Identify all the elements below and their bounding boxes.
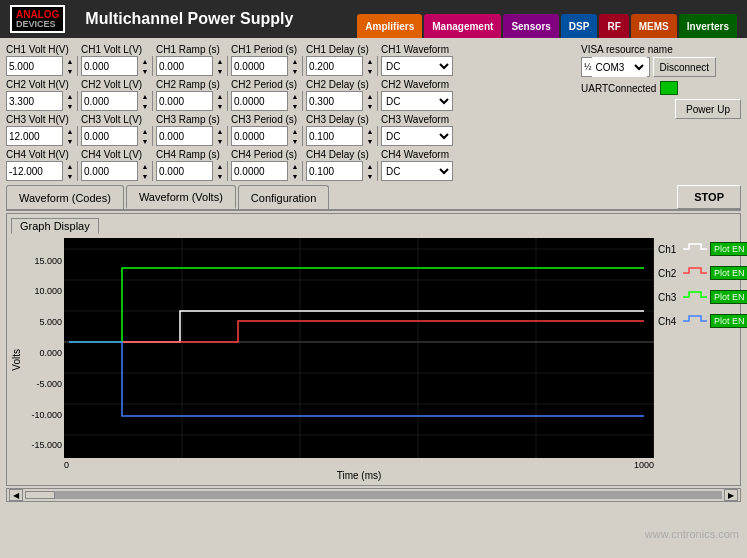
ch2-volt-h-input[interactable] [7, 95, 62, 108]
scrollbar-area[interactable]: ◀ ▶ [6, 488, 741, 502]
ch3-period-up[interactable]: ▲ [288, 126, 302, 136]
ch1-period-down[interactable]: ▼ [288, 66, 302, 76]
scroll-right-button[interactable]: ▶ [724, 489, 738, 501]
ch3-period-down[interactable]: ▼ [288, 136, 302, 146]
nav-tab-inverters[interactable]: Inverters [679, 14, 737, 38]
visa-select[interactable]: COM3 [592, 57, 647, 77]
ch4-volt-l-spin[interactable]: ▲ ▼ [81, 161, 153, 181]
ch1-plot-en-button[interactable]: Plot EN [710, 242, 747, 256]
ch3-period-input[interactable] [232, 130, 287, 143]
ch1-delay-up[interactable]: ▲ [363, 56, 377, 66]
ch1-volt-h-spin[interactable]: ▲ ▼ [6, 56, 78, 76]
ch4-volt-h-spin[interactable]: ▲ ▼ [6, 161, 78, 181]
ch4-plot-en-button[interactable]: Plot EN [710, 314, 747, 328]
ch2-waveform-select[interactable]: DCSineSquare [381, 91, 453, 111]
ch4-volt-l-up[interactable]: ▲ [138, 161, 152, 171]
nav-tab-mems[interactable]: MEMS [631, 14, 677, 38]
ch2-period-input[interactable] [232, 95, 287, 108]
ch3-volt-h-input[interactable] [7, 130, 62, 143]
ch1-volt-l-down[interactable]: ▼ [138, 66, 152, 76]
ch1-volt-h-input[interactable] [7, 60, 62, 73]
ch1-volt-h-up[interactable]: ▲ [63, 56, 77, 66]
ch1-delay-input[interactable] [307, 60, 362, 73]
ch2-period-up[interactable]: ▲ [288, 91, 302, 101]
ch2-volt-l-input[interactable] [82, 95, 137, 108]
scroll-track[interactable] [25, 491, 722, 499]
ch3-ramp-up[interactable]: ▲ [213, 126, 227, 136]
ch2-ramp-down[interactable]: ▼ [213, 101, 227, 111]
power-up-button[interactable]: Power Up [675, 99, 741, 119]
ch4-volt-l-input[interactable] [82, 165, 137, 178]
nav-tab-amplifiers[interactable]: Amplifiers [357, 14, 422, 38]
nav-tab-management[interactable]: Management [424, 14, 501, 38]
ch4-delay-up[interactable]: ▲ [363, 161, 377, 171]
nav-tab-rf[interactable]: RF [599, 14, 628, 38]
ch2-volt-l-spin[interactable]: ▲ ▼ [81, 91, 153, 111]
ch4-ramp-input[interactable] [157, 165, 212, 178]
ch1-period-up[interactable]: ▲ [288, 56, 302, 66]
ch4-ramp-down[interactable]: ▼ [213, 171, 227, 181]
ch4-period-spin[interactable]: ▲ ▼ [231, 161, 303, 181]
ch1-delay-down[interactable]: ▼ [363, 66, 377, 76]
ch2-delay-down[interactable]: ▼ [363, 101, 377, 111]
ch4-period-down[interactable]: ▼ [288, 171, 302, 181]
ch2-delay-spin[interactable]: ▲ ▼ [306, 91, 378, 111]
scroll-left-button[interactable]: ◀ [9, 489, 23, 501]
ch1-ramp-down[interactable]: ▼ [213, 66, 227, 76]
ch2-ramp-up[interactable]: ▲ [213, 91, 227, 101]
ch2-ramp-input[interactable] [157, 95, 212, 108]
ch1-delay-spin[interactable]: ▲ ▼ [306, 56, 378, 76]
nav-tab-dsp[interactable]: DSP [561, 14, 598, 38]
ch4-delay-spin[interactable]: ▲ ▼ [306, 161, 378, 181]
scroll-thumb[interactable] [25, 491, 55, 499]
ch1-ramp-up[interactable]: ▲ [213, 56, 227, 66]
ch3-ramp-input[interactable] [157, 130, 212, 143]
ch1-volt-l-spin[interactable]: ▲ ▼ [81, 56, 153, 76]
ch4-volt-h-up[interactable]: ▲ [63, 161, 77, 171]
ch3-period-spin[interactable]: ▲ ▼ [231, 126, 303, 146]
ch1-volt-l-up[interactable]: ▲ [138, 56, 152, 66]
ch1-waveform-select[interactable]: DCSineSquare [381, 56, 453, 76]
ch2-delay-up[interactable]: ▲ [363, 91, 377, 101]
ch3-delay-up[interactable]: ▲ [363, 126, 377, 136]
disconnect-button[interactable]: Disconnect [653, 57, 716, 77]
ch4-ramp-up[interactable]: ▲ [213, 161, 227, 171]
tab-waveform-codes[interactable]: Waveform (Codes) [6, 185, 124, 209]
ch3-volt-l-input[interactable] [82, 130, 137, 143]
ch3-ramp-spin[interactable]: ▲ ▼ [156, 126, 228, 146]
ch3-ramp-down[interactable]: ▼ [213, 136, 227, 146]
ch1-period-spin[interactable]: ▲ ▼ [231, 56, 303, 76]
ch2-delay-input[interactable] [307, 95, 362, 108]
ch3-volt-h-down[interactable]: ▼ [63, 136, 77, 146]
ch3-volt-l-down[interactable]: ▼ [138, 136, 152, 146]
ch4-volt-h-down[interactable]: ▼ [63, 171, 77, 181]
ch4-delay-input[interactable] [307, 165, 362, 178]
tab-configuration[interactable]: Configuration [238, 185, 329, 209]
ch2-period-down[interactable]: ▼ [288, 101, 302, 111]
ch1-ramp-input[interactable] [157, 60, 212, 73]
ch4-volt-l-down[interactable]: ▼ [138, 171, 152, 181]
ch3-waveform-select[interactable]: DCSineSquare [381, 126, 453, 146]
ch4-period-up[interactable]: ▲ [288, 161, 302, 171]
ch3-volt-h-spin[interactable]: ▲ ▼ [6, 126, 78, 146]
tab-waveform-volts[interactable]: Waveform (Volts) [126, 185, 236, 209]
ch4-period-input[interactable] [232, 165, 287, 178]
nav-tab-sensors[interactable]: Sensors [503, 14, 558, 38]
ch1-volt-h-down[interactable]: ▼ [63, 66, 77, 76]
ch1-ramp-spin[interactable]: ▲ ▼ [156, 56, 228, 76]
ch4-ramp-spin[interactable]: ▲ ▼ [156, 161, 228, 181]
ch4-delay-down[interactable]: ▼ [363, 171, 377, 181]
ch3-delay-down[interactable]: ▼ [363, 136, 377, 146]
ch1-volt-l-input[interactable] [82, 60, 137, 73]
ch2-volt-h-spin[interactable]: ▲ ▼ [6, 91, 78, 111]
stop-button[interactable]: STOP [677, 185, 741, 209]
ch2-volt-h-up[interactable]: ▲ [63, 91, 77, 101]
ch3-volt-l-spin[interactable]: ▲ ▼ [81, 126, 153, 146]
ch2-period-spin[interactable]: ▲ ▼ [231, 91, 303, 111]
ch4-volt-h-input[interactable] [7, 165, 62, 178]
ch3-plot-en-button[interactable]: Plot EN [710, 290, 747, 304]
ch3-volt-l-up[interactable]: ▲ [138, 126, 152, 136]
ch4-waveform-select[interactable]: DCSineSquare [381, 161, 453, 181]
ch2-ramp-spin[interactable]: ▲ ▼ [156, 91, 228, 111]
ch2-plot-en-button[interactable]: Plot EN [710, 266, 747, 280]
